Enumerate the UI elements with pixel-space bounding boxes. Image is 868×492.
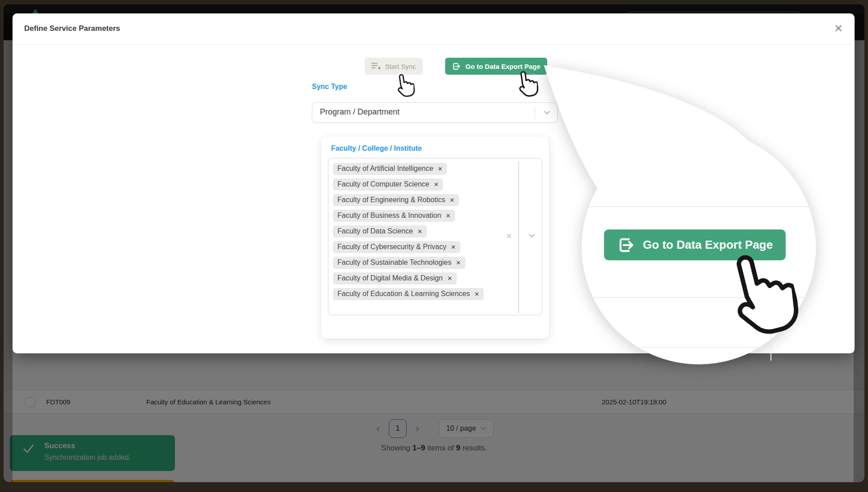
dialog-header: Define Service Parameters ✕ [13, 13, 855, 45]
sync-type-select[interactable]: Program / Department [312, 102, 558, 123]
selected-tag: Faculty of Business & Innovation✕ [333, 210, 455, 222]
scrollbar[interactable] [518, 161, 519, 313]
selected-tag: Faculty of Engineering & Robotics✕ [333, 194, 459, 206]
tag-remove-icon[interactable]: ✕ [438, 165, 443, 172]
selected-tag: Faculty of Data Science✕ [333, 225, 427, 238]
export-icon [452, 62, 461, 71]
tag-remove-icon[interactable]: ✕ [446, 212, 451, 219]
tag-label: Faculty of Engineering & Robotics [337, 196, 445, 204]
clear-selection-icon[interactable]: ✕ [506, 232, 512, 241]
selected-tag: Faculty of Digital Media & Design✕ [333, 272, 457, 284]
sync-type-label: Sync Type [312, 83, 347, 91]
tag-remove-icon[interactable]: ✕ [474, 291, 479, 297]
selected-tag: Faculty of Sustainable Technologies✕ [333, 257, 465, 269]
selected-tag: Faculty of Artificial Intelligence✕ [333, 163, 447, 175]
tag-label: Faculty of Digital Media & Design [337, 274, 443, 282]
list-add-icon [371, 62, 381, 70]
faculty-label: Faculty / College / Institute [331, 144, 422, 153]
dialog-title: Define Service Parameters [24, 24, 120, 33]
select-divider [535, 107, 535, 119]
selected-tags: Faculty of Artificial Intelligence✕ Facu… [333, 163, 484, 300]
chevron-down-icon [544, 110, 550, 115]
tag-remove-icon[interactable]: ✕ [447, 275, 452, 282]
tag-label: Faculty of Data Science [337, 227, 413, 235]
tag-remove-icon[interactable]: ✕ [451, 244, 456, 250]
faculty-card: Faculty / College / Institute Faculty of… [321, 136, 549, 339]
close-icon[interactable]: ✕ [834, 22, 843, 35]
export-icon [617, 236, 636, 254]
backdrop-tint-right [854, 13, 864, 482]
go-to-data-export-button[interactable]: Go to Data Export Page [445, 58, 547, 75]
tag-remove-icon[interactable]: ✕ [434, 181, 438, 188]
start-sync-label: Start Sync [385, 63, 416, 70]
selected-tag: Faculty of Education & Learning Sciences… [333, 288, 484, 300]
tag-label: Faculty of Business & Innovation [337, 212, 441, 220]
tag-label: Faculty of Artificial Intelligence [337, 165, 433, 173]
tag-label: Faculty of Computer Science [337, 180, 429, 188]
selected-tag: Faculty of Cybersecurity & Privacy✕ [333, 241, 460, 253]
start-sync-button[interactable]: Start Sync [365, 58, 423, 75]
export-button-label: Go to Data Export Page [465, 63, 540, 70]
tag-label: Faculty of Education & Learning Sciences [337, 290, 470, 298]
tag-remove-icon[interactable]: ✕ [456, 259, 461, 266]
backdrop-tint-left [4, 13, 13, 482]
magnified-export-label: Go to Data Export Page [643, 238, 773, 252]
tag-remove-icon[interactable]: ✕ [417, 228, 422, 235]
faculty-multiselect[interactable]: Faculty of Artificial Intelligence✕ Facu… [328, 158, 542, 315]
selected-tag: Faculty of Computer Science✕ [333, 178, 443, 191]
magnified-export-button: Go to Data Export Page [604, 229, 786, 260]
tag-remove-icon[interactable]: ✕ [450, 197, 455, 204]
tag-label: Faculty of Sustainable Technologies [337, 259, 451, 267]
chevron-down-icon [528, 233, 535, 238]
tag-label: Faculty of Cybersecurity & Privacy [337, 243, 447, 251]
define-service-parameters-dialog: Define Service Parameters ✕ Start Sync G… [13, 13, 855, 353]
sync-type-value: Program / Department [320, 107, 400, 117]
